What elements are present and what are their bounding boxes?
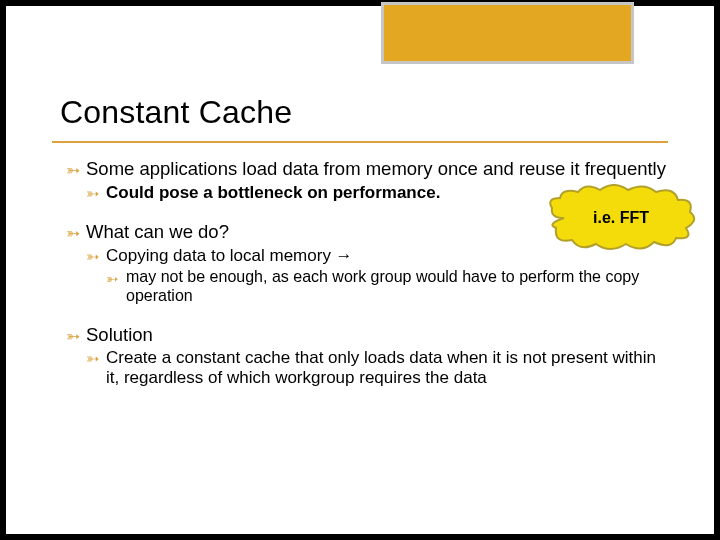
text-could-pose: Could pose a bottleneck on performance. (106, 183, 440, 202)
bullet-create: ➳ Create a constant cache that only load… (66, 348, 668, 388)
text-may-not: may not be enough, as each work group wo… (126, 268, 639, 304)
text-copying: Copying data to local memory → (106, 246, 353, 265)
slide-title: Constant Cache (60, 94, 292, 131)
swirl-icon: ➳ (86, 248, 99, 267)
slide: Constant Cache ➳ Some applications load … (6, 6, 714, 534)
bubble-label: i.e. FFT (566, 209, 676, 227)
text-what-can: What can we do? (86, 221, 229, 242)
title-rule (52, 141, 668, 143)
text-solution: Solution (86, 324, 153, 345)
callout-bubble: i.e. FFT (566, 202, 676, 236)
text-some-apps: Some applications load data from memory … (86, 158, 666, 179)
text-create: Create a constant cache that only loads … (106, 348, 656, 387)
bullet-some-apps: ➳ Some applications load data from memor… (66, 158, 668, 180)
swirl-icon: ➳ (86, 350, 99, 369)
swirl-icon: ➳ (66, 161, 80, 181)
swirl-icon: ➳ (86, 185, 99, 204)
swirl-icon: ➳ (106, 270, 119, 288)
bullet-may-not: ➳ may not be enough, as each work group … (66, 268, 668, 306)
swirl-icon: ➳ (66, 327, 80, 347)
bullet-solution: ➳ Solution (66, 324, 668, 346)
accent-box (381, 2, 634, 64)
swirl-icon: ➳ (66, 224, 80, 244)
